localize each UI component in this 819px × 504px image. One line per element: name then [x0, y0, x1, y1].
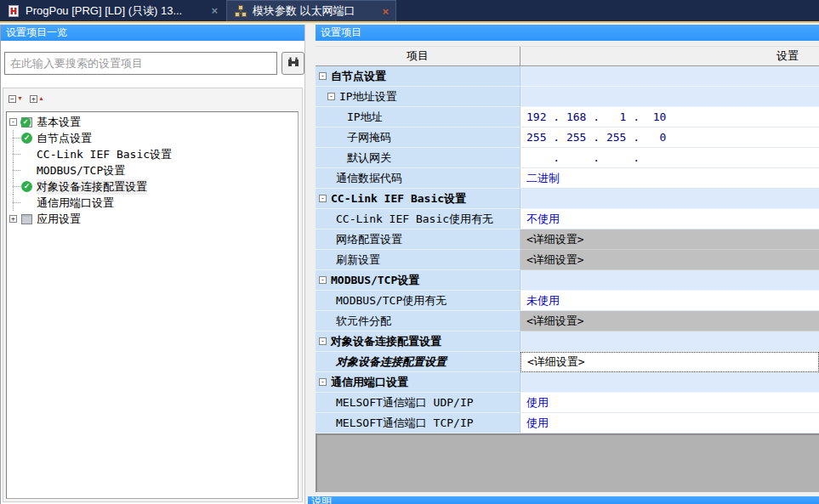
setting-value-cell[interactable]: <详细设置>: [520, 311, 819, 331]
tree-item-cclink[interactable]: CC-Link IEF Basic设置: [7, 146, 298, 162]
setting-item-label: MODBUS/TCP使用有无: [336, 293, 446, 309]
tree-item-modbus[interactable]: MODBUS/TCP设置: [7, 162, 298, 178]
close-icon[interactable]: ×: [382, 5, 389, 18]
tab-module-parameter[interactable]: 模块参数 以太网端口 ×: [226, 0, 396, 21]
setting-item-label: IP地址设置: [339, 89, 397, 105]
setting-item-label: 刷新设置: [336, 252, 380, 268]
row-expander-icon[interactable]: -: [319, 72, 327, 80]
tree-item-target-device[interactable]: ✓对象设备连接配置设置: [7, 178, 298, 195]
setting-item-cell[interactable]: 默认网关: [316, 148, 520, 168]
setting-item-label: 自节点设置: [331, 69, 386, 84]
tree-item-label: 通信用端口设置: [37, 195, 114, 211]
row-expander-icon[interactable]: -: [319, 337, 327, 345]
setting-value: 使用: [526, 395, 549, 411]
setting-item-cell[interactable]: -CC-Link IEF Basic设置: [316, 189, 520, 209]
table-row[interactable]: MODBUS/TCP使用有无未使用: [316, 291, 819, 311]
tree-item-label: 应用设置: [37, 212, 81, 227]
setting-item-cell[interactable]: 刷新设置: [316, 250, 520, 270]
left-panel-title: 设置项目一览: [1, 25, 304, 41]
table-row[interactable]: -IP地址设置: [316, 87, 819, 107]
collapse-all-button[interactable]: −▼: [9, 92, 23, 105]
setting-item-label: MODBUS/TCP设置: [331, 273, 419, 288]
setting-item-cell[interactable]: MODBUS/TCP使用有无: [316, 291, 520, 311]
table-row[interactable]: IP地址192 . 168 . 1 . 10: [316, 107, 819, 127]
table-row[interactable]: CC-Link IEF Basic使用有无不使用: [316, 209, 819, 229]
setting-item-cell[interactable]: -MODBUS/TCP设置: [316, 270, 520, 291]
setting-value-cell: [520, 331, 819, 352]
setting-item-label: 默认网关: [347, 150, 391, 166]
search-button[interactable]: [282, 52, 304, 75]
table-row[interactable]: 网络配置设置<详细设置>: [316, 229, 819, 250]
table-row[interactable]: -CC-Link IEF Basic设置: [316, 189, 819, 209]
table-row[interactable]: 通信数据代码二进制: [316, 168, 819, 189]
setting-item-cell[interactable]: -IP地址设置: [316, 87, 520, 107]
table-row[interactable]: 对象设备连接配置设置<详细设置>: [316, 352, 819, 372]
setting-value-cell[interactable]: <详细设置>: [520, 250, 819, 270]
table-row[interactable]: MELSOFT通信端口 UDP/IP使用: [316, 393, 819, 413]
setting-item-label: CC-Link IEF Basic设置: [331, 191, 466, 207]
setting-item-cell[interactable]: CC-Link IEF Basic使用有无: [316, 209, 520, 229]
setting-value-cell[interactable]: . . .: [520, 148, 819, 168]
table-row[interactable]: -通信用端口设置: [316, 372, 819, 393]
setting-value-cell[interactable]: 未使用: [520, 291, 819, 311]
tree-item-label: 对象设备连接配置设置: [37, 179, 147, 195]
setting-item-cell[interactable]: 网络配置设置: [316, 229, 520, 250]
row-expander-icon[interactable]: -: [319, 276, 327, 284]
table-empty-area: [316, 433, 819, 492]
setting-item-cell[interactable]: MELSOFT通信端口 UDP/IP: [316, 393, 520, 413]
setting-item-cell[interactable]: -通信用端口设置: [316, 372, 520, 393]
row-expander-icon[interactable]: -: [319, 378, 327, 386]
settings-table: 项目 设置 -自节点设置-IP地址设置IP地址192 . 168 . 1 . 1…: [316, 46, 819, 433]
table-row[interactable]: -对象设备连接配置设置: [316, 331, 819, 352]
panel-splitter[interactable]: [306, 25, 316, 504]
setting-item-label: CC-Link IEF Basic使用有无: [336, 212, 493, 227]
setting-value-cell[interactable]: 二进制: [520, 168, 819, 189]
setting-item-cell[interactable]: 通信数据代码: [316, 168, 520, 189]
setting-item-cell[interactable]: 对象设备连接配置设置: [316, 352, 520, 372]
tree-item-basic-settings[interactable]: -✓基本设置: [7, 114, 298, 130]
setting-value-cell[interactable]: <详细设置>: [520, 352, 819, 372]
setting-item-label: 通信数据代码: [336, 171, 402, 186]
setting-item-cell[interactable]: MELSOFT通信端口 TCP/IP: [316, 413, 520, 433]
table-row[interactable]: 子网掩码255 . 255 . 255 . 0: [316, 127, 819, 148]
tree-item-application-settings[interactable]: +应用设置: [7, 211, 298, 227]
row-expander-icon[interactable]: -: [327, 93, 335, 100]
setting-value-cell: [520, 66, 819, 87]
table-row[interactable]: 刷新设置<详细设置>: [316, 250, 819, 270]
setting-item-label: 对象设备连接配置设置: [331, 334, 441, 349]
table-row[interactable]: 软元件分配<详细设置>: [316, 311, 819, 331]
tree-expander-icon[interactable]: -: [9, 118, 17, 126]
table-row[interactable]: MELSOFT通信端口 TCP/IP使用: [316, 413, 819, 433]
table-row[interactable]: -MODBUS/TCP设置: [316, 270, 819, 291]
table-row[interactable]: 默认网关 . . .: [316, 148, 819, 168]
setting-value-cell[interactable]: 使用: [520, 393, 819, 413]
setting-item-label: 子网掩码: [347, 130, 391, 145]
setting-item-cell[interactable]: -对象设备连接配置设置: [316, 331, 520, 352]
expand-all-icon: +: [30, 95, 37, 103]
setting-item-cell[interactable]: -自节点设置: [316, 66, 520, 87]
tree-item-own-node[interactable]: ✓自节点设置: [7, 130, 298, 146]
tree-expander-icon[interactable]: +: [9, 215, 17, 223]
setting-value-cell: [520, 87, 819, 107]
tab-progpou[interactable]: ProgPou [PRG] [LD] (只读) 13... ×: [0, 0, 225, 21]
setting-value-cell[interactable]: 使用: [520, 413, 819, 433]
setting-item-cell[interactable]: IP地址: [316, 107, 520, 127]
setting-value-cell[interactable]: <详细设置>: [520, 229, 819, 250]
table-row[interactable]: -自节点设置: [316, 66, 819, 87]
setting-item-cell[interactable]: 软元件分配: [316, 311, 520, 331]
tab-label: ProgPou [PRG] [LD] (只读) 13...: [26, 3, 182, 19]
tree-item-label: CC-Link IEF Basic设置: [37, 147, 172, 162]
setting-value-cell[interactable]: 不使用: [520, 209, 819, 229]
table-header-row: 项目 设置: [316, 46, 819, 66]
setting-value-cell[interactable]: 192 . 168 . 1 . 10: [520, 107, 819, 127]
tree-container: −▼ +▲ -✓基本设置✓自节点设置CC-Link IEF Basic设置MOD…: [3, 88, 303, 502]
tree-item-comm-port[interactable]: 通信用端口设置: [7, 195, 298, 211]
search-input[interactable]: [4, 52, 277, 75]
expand-all-button[interactable]: +▲: [30, 92, 44, 105]
setting-value-cell[interactable]: 255 . 255 . 255 . 0: [520, 127, 819, 148]
tab-label: 模块参数 以太网端口: [253, 3, 355, 19]
row-expander-icon[interactable]: -: [319, 195, 327, 202]
setting-item-cell[interactable]: 子网掩码: [316, 127, 520, 148]
column-header-item: 项目: [316, 47, 520, 65]
close-icon[interactable]: ×: [211, 4, 218, 17]
